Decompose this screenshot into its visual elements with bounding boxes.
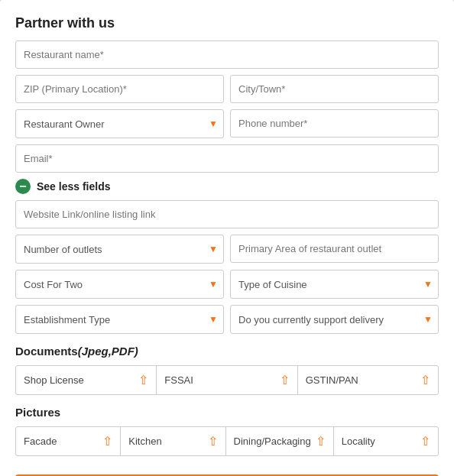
phone-input[interactable] bbox=[230, 109, 439, 138]
phone-field bbox=[230, 109, 439, 138]
delivery-field: Do you currently support delivery ▼ bbox=[230, 305, 439, 334]
outlets-select[interactable]: Number of outlets bbox=[15, 235, 224, 264]
facade-upload-icon[interactable]: ⇧ bbox=[102, 434, 112, 448]
cost-cuisine-row: Cost For Two ▼ Type of Cuisine ▼ bbox=[15, 270, 439, 299]
partner-form-card: Partner with us Restaurant Owner ▼ − bbox=[0, 0, 454, 476]
cuisine-field: Type of Cuisine ▼ bbox=[230, 270, 439, 299]
email-input[interactable] bbox=[15, 144, 439, 173]
establishment-label: Establishment Type bbox=[24, 314, 110, 325]
delivery-label: Do you currently support delivery bbox=[238, 314, 384, 325]
establishment-delivery-row: Establishment Type ▼ Do you currently su… bbox=[15, 305, 439, 334]
dining-cell: Dining/Packaging ⇧ bbox=[226, 427, 334, 455]
see-less-label: See less fields bbox=[37, 180, 111, 193]
zip-city-row bbox=[15, 75, 439, 103]
primary-area-field bbox=[230, 235, 439, 264]
restaurant-name-field bbox=[15, 40, 439, 69]
fssai-upload-icon[interactable]: ⇧ bbox=[280, 373, 290, 387]
form-title: Partner with us bbox=[15, 15, 439, 31]
establishment-select[interactable]: Establishment Type bbox=[15, 305, 224, 334]
cost-label: Cost For Two bbox=[24, 279, 83, 290]
cost-select[interactable]: Cost For Two bbox=[15, 270, 224, 299]
locality-cell: Locality ⇧ bbox=[334, 427, 438, 455]
see-less-button[interactable]: − bbox=[15, 179, 31, 194]
website-input[interactable] bbox=[15, 200, 439, 228]
website-field bbox=[15, 200, 439, 228]
fssai-cell: FSSAI ⇧ bbox=[157, 366, 297, 394]
establishment-field: Establishment Type ▼ bbox=[15, 305, 224, 334]
zip-input[interactable] bbox=[15, 75, 224, 103]
restaurant-name-row bbox=[15, 40, 439, 69]
kitchen-upload-icon[interactable]: ⇧ bbox=[208, 434, 218, 448]
owner-field: Restaurant Owner ▼ bbox=[15, 109, 224, 138]
see-less-row: − See less fields bbox=[15, 179, 439, 194]
owner-label: Restaurant Owner bbox=[24, 118, 105, 130]
cuisine-label: Type of Cuisine bbox=[238, 279, 307, 290]
shop-license-label: Shop License bbox=[24, 374, 84, 386]
pictures-row: Facade ⇧ Kitchen ⇧ Dining/Packaging ⇧ Lo… bbox=[15, 426, 439, 456]
fssai-label: FSSAI bbox=[164, 374, 193, 386]
locality-upload-icon[interactable]: ⇧ bbox=[420, 434, 430, 448]
documents-row: Shop License ⇧ FSSAI ⇧ GSTIN/PAN ⇧ bbox=[15, 365, 439, 395]
dining-upload-icon[interactable]: ⇧ bbox=[316, 434, 326, 448]
outlets-area-row: Number of outlets ▼ bbox=[15, 235, 439, 264]
restaurant-name-input[interactable] bbox=[15, 40, 439, 69]
zip-field bbox=[15, 75, 224, 103]
email-field bbox=[15, 144, 439, 173]
shop-license-upload-icon[interactable]: ⇧ bbox=[138, 373, 148, 387]
dining-label: Dining/Packaging bbox=[234, 436, 311, 447]
website-row bbox=[15, 200, 439, 228]
email-row bbox=[15, 144, 439, 173]
cost-field: Cost For Two ▼ bbox=[15, 270, 224, 299]
shop-license-cell: Shop License ⇧ bbox=[16, 366, 157, 394]
gstin-upload-icon[interactable]: ⇧ bbox=[420, 373, 430, 387]
delivery-select[interactable]: Do you currently support delivery bbox=[230, 305, 439, 334]
documents-section-title: Documents(Jpeg,PDF) bbox=[15, 345, 439, 358]
cuisine-select[interactable]: Type of Cuisine bbox=[230, 270, 439, 299]
kitchen-cell: Kitchen ⇧ bbox=[121, 427, 225, 455]
locality-label: Locality bbox=[342, 436, 375, 447]
city-field bbox=[230, 75, 439, 103]
owner-phone-row: Restaurant Owner ▼ bbox=[15, 109, 439, 138]
pictures-section-title: Pictures bbox=[15, 406, 439, 419]
outlets-field: Number of outlets ▼ bbox=[15, 235, 224, 264]
owner-select[interactable]: Restaurant Owner bbox=[15, 109, 224, 138]
gstin-label: GSTIN/PAN bbox=[306, 374, 358, 386]
kitchen-label: Kitchen bbox=[128, 436, 161, 447]
outlets-label: Number of outlets bbox=[24, 244, 102, 255]
gstin-cell: GSTIN/PAN ⇧ bbox=[298, 366, 438, 394]
facade-cell: Facade ⇧ bbox=[16, 427, 121, 455]
city-input[interactable] bbox=[230, 75, 439, 103]
primary-area-input[interactable] bbox=[230, 235, 439, 263]
facade-label: Facade bbox=[24, 436, 57, 447]
